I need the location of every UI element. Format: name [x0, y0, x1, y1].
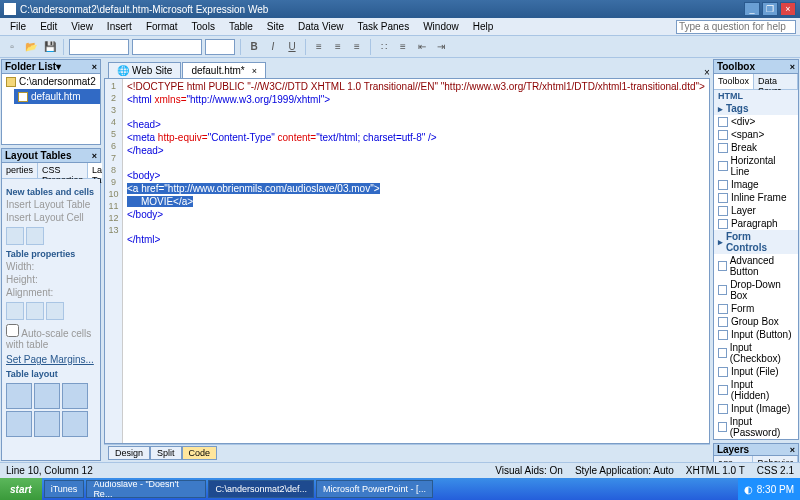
- tray-icon[interactable]: ◐: [744, 484, 753, 495]
- cat-html[interactable]: HTML: [714, 90, 798, 102]
- view-design[interactable]: Design: [108, 446, 150, 460]
- layout-thumb[interactable]: [62, 383, 88, 409]
- italic-icon[interactable]: I: [265, 39, 281, 55]
- task-powerpoint[interactable]: Microsoft PowerPoint - [...: [316, 480, 433, 498]
- outdent-icon[interactable]: ⇤: [414, 39, 430, 55]
- tool-form[interactable]: Form: [714, 302, 798, 315]
- app-icon: [4, 3, 16, 15]
- folder-root[interactable]: C:\andersonmat2: [2, 74, 100, 89]
- tool-checkbox[interactable]: Input (Checkbox): [714, 341, 798, 365]
- size-select[interactable]: [205, 39, 235, 55]
- menu-view[interactable]: View: [65, 19, 99, 34]
- style-app-status[interactable]: Style Application: Auto: [575, 465, 674, 476]
- indent-icon[interactable]: ⇥: [433, 39, 449, 55]
- tool-inpimage[interactable]: Input (Image): [714, 402, 798, 415]
- tab-default-htm[interactable]: default.htm*×: [182, 62, 266, 78]
- cat-tags[interactable]: ▸ Tags: [714, 102, 798, 115]
- menu-table[interactable]: Table: [223, 19, 259, 34]
- style-select[interactable]: [69, 39, 129, 55]
- close-all-icon[interactable]: ×: [704, 67, 710, 78]
- align-btn-3[interactable]: [46, 302, 64, 320]
- css-status[interactable]: CSS 2.1: [757, 465, 794, 476]
- tool-password[interactable]: Input (Password): [714, 415, 798, 439]
- menu-edit[interactable]: Edit: [34, 19, 63, 34]
- bullets-icon[interactable]: ∷: [376, 39, 392, 55]
- task-itunes[interactable]: iTunes: [44, 480, 85, 498]
- close-icon[interactable]: ×: [790, 62, 795, 72]
- tool-span[interactable]: <span>: [714, 128, 798, 141]
- task-expressionweb[interactable]: C:\andersonmat2\def...: [208, 480, 314, 498]
- layout-thumb[interactable]: [34, 411, 60, 437]
- layout-thumb[interactable]: [6, 411, 32, 437]
- maximize-button[interactable]: ❐: [762, 2, 778, 16]
- menu-site[interactable]: Site: [261, 19, 290, 34]
- tab-properties[interactable]: perties: [2, 163, 38, 178]
- layout-btn-1[interactable]: [6, 227, 24, 245]
- tab-toolbox[interactable]: Toolbox: [714, 74, 754, 89]
- menu-dataview[interactable]: Data View: [292, 19, 349, 34]
- start-button[interactable]: start: [0, 478, 42, 500]
- folder-file[interactable]: default.htm: [14, 89, 100, 104]
- layout-thumb[interactable]: [34, 383, 60, 409]
- layout-thumb[interactable]: [6, 383, 32, 409]
- close-button[interactable]: ×: [780, 2, 796, 16]
- cat-form[interactable]: ▸ Form Controls: [714, 230, 798, 254]
- view-code[interactable]: Code: [182, 446, 218, 460]
- layout-thumb[interactable]: [62, 411, 88, 437]
- tool-file[interactable]: Input (File): [714, 365, 798, 378]
- system-tray[interactable]: ◐8:30 PM: [738, 478, 800, 500]
- menu-tools[interactable]: Tools: [186, 19, 221, 34]
- dropdown-icon: [718, 285, 727, 295]
- tool-iframe[interactable]: Inline Frame: [714, 191, 798, 204]
- font-select[interactable]: [132, 39, 202, 55]
- panel-dropdown-icon[interactable]: ▾: [56, 61, 61, 72]
- code-area[interactable]: <!DOCTYPE html PUBLIC "-//W3C//DTD XHTML…: [123, 79, 709, 443]
- code-editor[interactable]: 12345678910111213 <!DOCTYPE html PUBLIC …: [104, 78, 710, 444]
- menu-help[interactable]: Help: [467, 19, 500, 34]
- visual-aids-status[interactable]: Visual Aids: On: [495, 465, 563, 476]
- tool-dropdown[interactable]: Drop-Down Box: [714, 278, 798, 302]
- close-icon[interactable]: ×: [252, 66, 257, 76]
- close-icon[interactable]: ×: [92, 151, 97, 161]
- help-search-input[interactable]: [676, 20, 796, 34]
- bold-icon[interactable]: B: [246, 39, 262, 55]
- layer-icon: [718, 206, 728, 216]
- align-right-icon[interactable]: ≡: [349, 39, 365, 55]
- numbering-icon[interactable]: ≡: [395, 39, 411, 55]
- close-icon[interactable]: ×: [92, 62, 97, 72]
- tool-advbutton[interactable]: Advanced Button: [714, 254, 798, 278]
- autoscale-checkbox[interactable]: [6, 324, 19, 337]
- menu-taskpanes[interactable]: Task Panes: [351, 19, 415, 34]
- tool-inpbutton[interactable]: Input (Button): [714, 328, 798, 341]
- layout-btn-2[interactable]: [26, 227, 44, 245]
- align-btn-1[interactable]: [6, 302, 24, 320]
- align-center-icon[interactable]: ≡: [330, 39, 346, 55]
- tool-div[interactable]: <div>: [714, 115, 798, 128]
- tool-break[interactable]: Break: [714, 141, 798, 154]
- tool-layer[interactable]: Layer: [714, 204, 798, 217]
- align-btn-2[interactable]: [26, 302, 44, 320]
- tab-css-properties[interactable]: CSS Properties: [38, 163, 88, 178]
- set-margins-link[interactable]: Set Page Margins...: [6, 354, 96, 365]
- menu-insert[interactable]: Insert: [101, 19, 138, 34]
- tool-groupbox[interactable]: Group Box: [714, 315, 798, 328]
- task-audioslave[interactable]: Audioslave - "Doesn't Re...: [86, 480, 206, 498]
- tool-hidden[interactable]: Input (Hidden): [714, 378, 798, 402]
- view-split[interactable]: Split: [150, 446, 182, 460]
- menu-file[interactable]: File: [4, 19, 32, 34]
- save-icon[interactable]: 💾: [42, 39, 58, 55]
- open-icon[interactable]: 📂: [23, 39, 39, 55]
- menu-format[interactable]: Format: [140, 19, 184, 34]
- underline-icon[interactable]: U: [284, 39, 300, 55]
- tool-paragraph[interactable]: Paragraph: [714, 217, 798, 230]
- tool-hr[interactable]: Horizontal Line: [714, 154, 798, 178]
- tab-website[interactable]: 🌐Web Site: [108, 62, 181, 78]
- new-icon[interactable]: ▫: [4, 39, 20, 55]
- tool-image[interactable]: Image: [714, 178, 798, 191]
- minimize-button[interactable]: _: [744, 2, 760, 16]
- tab-datasource[interactable]: Data Sourc: [754, 74, 798, 89]
- doctype-status[interactable]: XHTML 1.0 T: [686, 465, 745, 476]
- align-left-icon[interactable]: ≡: [311, 39, 327, 55]
- menu-window[interactable]: Window: [417, 19, 465, 34]
- close-icon[interactable]: ×: [790, 445, 795, 455]
